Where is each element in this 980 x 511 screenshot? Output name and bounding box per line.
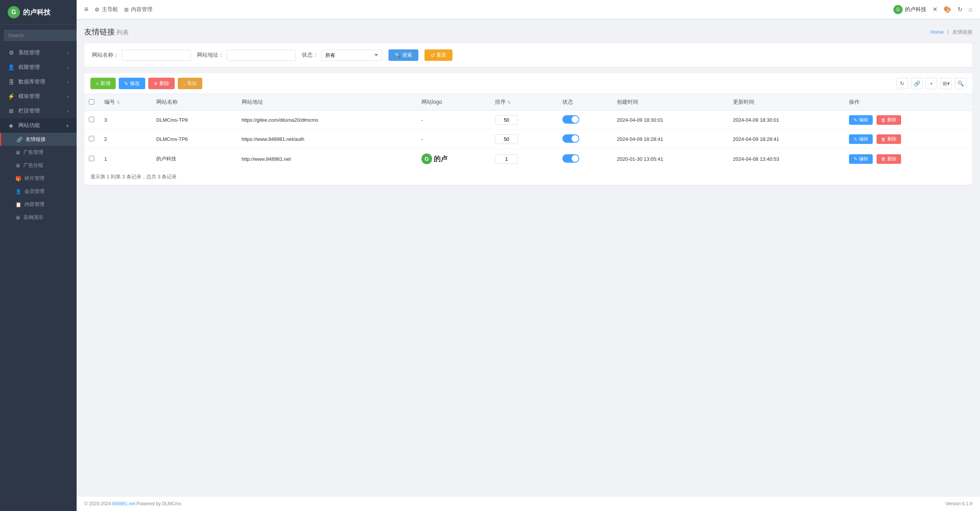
filter-url-item: 网站地址： [197, 50, 296, 61]
demo-icon: 🖥 [15, 215, 20, 220]
filter-status-item: 状态： 所有 启用 禁用 [302, 50, 382, 61]
toolbar-columns-button[interactable]: ⊞▾ [940, 78, 952, 89]
sidebar-item-permission[interactable]: 👤 权限管理 ‹ [0, 60, 77, 75]
sort-icon: ⇅ [507, 100, 511, 105]
status-toggle[interactable] [562, 154, 579, 163]
cell-order [490, 149, 558, 169]
sidebar-subitem-ad-manage[interactable]: 🖥 广告管理 [0, 146, 77, 159]
gear-icon: ⚙ [95, 7, 100, 13]
status-toggle[interactable] [562, 134, 579, 143]
cell-order [490, 130, 558, 149]
toolbar-refresh-button[interactable]: ↻ [896, 78, 908, 89]
sidebar-item-column[interactable]: ⊞ 栏目管理 ‹ [0, 104, 77, 118]
cell-created: 2024-04-09 18:28:41 [612, 130, 728, 149]
breadcrumb-home[interactable]: Home [930, 29, 944, 35]
order-input[interactable] [495, 154, 518, 164]
toolbar-plus-button[interactable]: + [926, 78, 937, 89]
reset-button[interactable]: ↺ 重置 [424, 49, 452, 61]
page-header: 友情链接 列表 Home / 友情链接 [84, 27, 972, 37]
sidebar-item-system[interactable]: ⚙ 系统管理 ‹ [0, 46, 77, 60]
system-icon: ⚙ [8, 49, 15, 56]
row-delete-button[interactable]: 🗑 删除 [877, 154, 901, 164]
edit-button[interactable]: ✎ 修改 [119, 78, 145, 89]
order-input[interactable] [495, 115, 518, 125]
search-label: 搜索 [402, 52, 412, 59]
export-button[interactable]: ↓ 导出 [178, 78, 203, 89]
edit-icon: ✎ [854, 137, 857, 142]
subitem-label: 广告管理 [23, 149, 43, 156]
hamburger-icon[interactable]: ≡ [84, 5, 88, 13]
col-name: 网站名称 [152, 94, 237, 111]
breadcrumb-separator: / [947, 29, 949, 35]
sidebar-item-website[interactable]: ◈ 网站功能 ∨ [0, 118, 77, 133]
row-edit-button[interactable]: ✎ 编辑 [849, 154, 873, 164]
reset-label: 重置 [436, 52, 446, 59]
page-title-area: 友情链接 列表 [84, 27, 129, 37]
sidebar-subitem-demo[interactable]: 🖥 实例演示 [0, 211, 77, 224]
search-button[interactable]: 🔍 搜索 [388, 49, 418, 61]
order-input[interactable] [495, 134, 518, 144]
cell-updated: 2024-04-09 18:28:41 [728, 130, 844, 149]
add-label: 新增 [100, 80, 110, 87]
sort-id[interactable]: 编号 ⇅ [104, 99, 147, 106]
logo-icon: G [8, 6, 20, 18]
delete-button[interactable]: ✕ 删除 [148, 78, 175, 89]
sidebar-item-database[interactable]: 🗄 数据库管理 ‹ [0, 75, 77, 89]
search-input[interactable] [4, 30, 77, 41]
trash-icon: 🗑 [881, 137, 886, 142]
sidebar-subitem-friend-link[interactable]: 🔗 友情链接 [0, 133, 77, 146]
chevron-icon: ‹ [67, 109, 69, 113]
cell-actions: ✎ 编辑 🗑 删除 [844, 149, 972, 169]
sidebar-subitem-fragment[interactable]: 🎁 碎片管理 [0, 172, 77, 185]
cell-id: 1 [100, 149, 152, 169]
footer-copy: © 2020-2024 [84, 501, 111, 506]
topbar-nav-content[interactable]: ⊞ 内容管理 [124, 6, 152, 13]
footer-site-link[interactable]: 848981.net [112, 501, 135, 506]
col-actions: 操作 [844, 94, 972, 111]
sidebar-item-module[interactable]: ⚡ 模块管理 ‹ [0, 89, 77, 104]
refresh-icon[interactable]: ↻ [957, 6, 962, 13]
topbar-nav-main[interactable]: ⚙ 主导航 [95, 6, 118, 13]
row-delete-button[interactable]: 🗑 删除 [877, 115, 901, 125]
col-url: 网站地址 [237, 94, 417, 111]
monitor-icon: 🖥 [15, 163, 20, 168]
table-container: 编号 ⇅ 网站名称 网站地址 网站logo 排序 ⇅ [84, 94, 972, 185]
subitem-label: 碎片管理 [25, 175, 44, 182]
reset-icon: ↺ [431, 52, 435, 58]
row-checkbox[interactable] [89, 117, 94, 122]
edit-icon: ✎ [854, 118, 857, 123]
cell-created: 2020-01-30 13:05:41 [612, 149, 728, 169]
download-icon: ↓ [183, 81, 186, 87]
row-delete-button[interactable]: 🗑 删除 [877, 134, 901, 144]
subitem-label: 友情链接 [26, 136, 46, 143]
sidebar-subitem-content[interactable]: 📋 内容管理 [0, 198, 77, 211]
palette-icon[interactable]: 🎨 [944, 6, 951, 13]
row-edit-button[interactable]: ✎ 编辑 [849, 134, 873, 144]
filter-name-input[interactable] [122, 50, 191, 61]
select-all-checkbox[interactable] [89, 99, 94, 104]
cell-logo: - [417, 130, 491, 149]
toolbar-link-button[interactable]: 🔗 [911, 78, 923, 89]
toolbar-search-button[interactable]: 🔍 [955, 78, 966, 89]
footer-powered: Powered by DLMCms [136, 501, 181, 506]
cell-actions: ✎ 编辑 🗑 删除 [844, 130, 972, 149]
chevron-icon: ‹ [67, 94, 69, 99]
close-icon[interactable]: ✕ [932, 6, 937, 13]
link-icon: 🔗 [16, 137, 23, 142]
add-button[interactable]: + 新增 [90, 78, 116, 89]
filter-url-input[interactable] [227, 50, 296, 61]
home-icon[interactable]: ⌂ [969, 6, 972, 13]
sidebar-subitem-member[interactable]: 👤 会员管理 [0, 185, 77, 198]
row-edit-button[interactable]: ✎ 编辑 [849, 115, 873, 125]
pagination-info: 显示第 1 到第 3 条记录，总共 3 条记录 [84, 169, 972, 185]
status-toggle[interactable] [562, 115, 579, 124]
sort-order[interactable]: 排序 ⇅ [495, 99, 553, 106]
search-icon: 🔍 [395, 52, 401, 58]
col-order: 排序 ⇅ [490, 94, 558, 111]
chevron-icon: ‹ [67, 80, 69, 84]
row-checkbox[interactable] [89, 136, 94, 141]
row-checkbox[interactable] [89, 156, 94, 161]
filter-status-select[interactable]: 所有 启用 禁用 [321, 50, 382, 61]
edit-label: 修改 [130, 80, 140, 87]
sidebar-subitem-ad-group[interactable]: 🖥 广告分组 [0, 159, 77, 172]
